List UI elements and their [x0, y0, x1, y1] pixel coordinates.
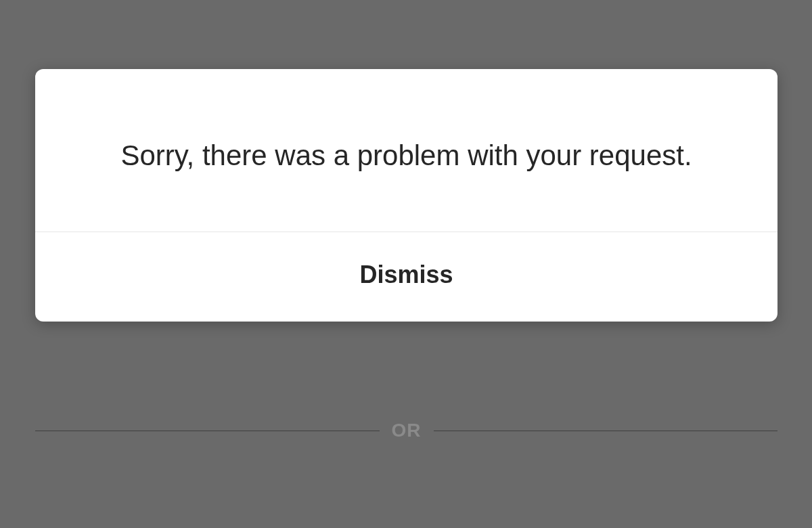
modal-body: Sorry, there was a problem with your req… [35, 69, 777, 232]
dismiss-button[interactable]: Dismiss [35, 232, 777, 322]
background-separator: OR [35, 420, 777, 441]
separator-label: OR [380, 420, 434, 441]
modal-message: Sorry, there was a problem with your req… [76, 133, 737, 177]
error-modal: Sorry, there was a problem with your req… [35, 69, 777, 322]
separator-line-right [434, 431, 778, 431]
separator-line-left [35, 431, 380, 431]
